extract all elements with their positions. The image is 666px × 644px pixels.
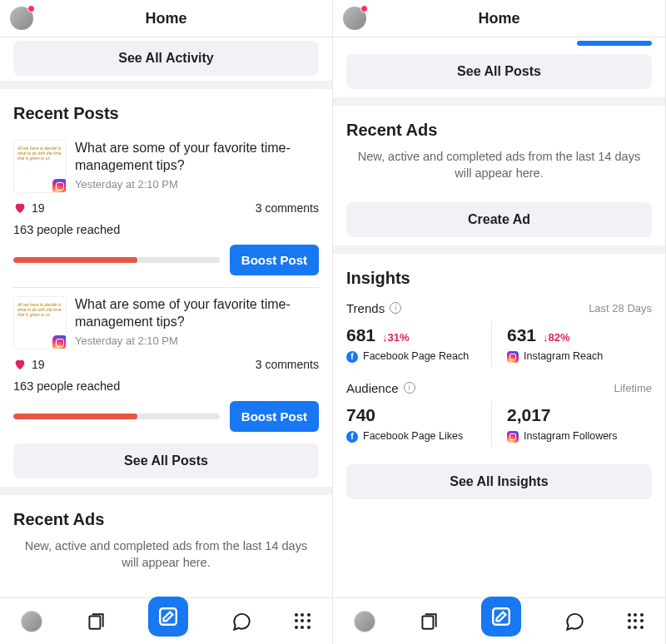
stat-delta: ↓82% bbox=[543, 331, 570, 344]
messages-tab-icon[interactable] bbox=[564, 611, 585, 632]
header: Home bbox=[333, 0, 665, 37]
stat-value: 740 bbox=[346, 405, 375, 425]
comment-count: 3 comments bbox=[256, 201, 319, 215]
see-all-posts-button[interactable]: See All Posts bbox=[346, 54, 652, 89]
partial-button-stub bbox=[577, 41, 652, 46]
audience-row: 740 f Facebook Page Likes 2,017 Instagra… bbox=[333, 397, 665, 456]
scroll-area-right[interactable]: See All Posts Recent Ads New, active and… bbox=[333, 37, 665, 597]
see-all-insights-button[interactable]: See All Insights bbox=[346, 464, 652, 499]
stat-cell[interactable]: 681 ↓31% f Facebook Page Reach bbox=[346, 322, 491, 366]
stat-cell[interactable]: 2,017 Instagram Followers bbox=[491, 402, 652, 446]
post-thumbnail: All we have to decide is what to do with… bbox=[13, 296, 67, 349]
tab-bar bbox=[0, 597, 332, 644]
svg-rect-0 bbox=[89, 616, 100, 628]
stat-delta: ↓31% bbox=[382, 331, 410, 344]
info-icon[interactable]: i bbox=[390, 302, 401, 314]
scroll-area-left[interactable]: See All Activity Recent Posts All we hav… bbox=[0, 37, 332, 597]
stat-cell[interactable]: 740 f Facebook Page Likes bbox=[346, 402, 491, 446]
more-tab-icon[interactable] bbox=[628, 613, 644, 630]
stat-cell[interactable]: 631 ↓82% Instagram Reach bbox=[491, 322, 652, 366]
see-all-posts-button[interactable]: See All Posts bbox=[13, 443, 319, 478]
profile-tab-icon[interactable] bbox=[21, 611, 42, 632]
post-item[interactable]: All we have to decide is what to do with… bbox=[0, 288, 332, 432]
post-title: What are some of your favorite time-mana… bbox=[75, 296, 319, 331]
avatar[interactable] bbox=[343, 7, 366, 30]
post-title: What are some of your favorite time-mana… bbox=[75, 140, 319, 175]
reach-label: 163 people reached bbox=[13, 223, 319, 236]
insights-heading: Insights bbox=[333, 254, 665, 296]
stat-label: Instagram Followers bbox=[524, 430, 618, 442]
instagram-badge-icon bbox=[52, 179, 67, 193]
facebook-icon: f bbox=[346, 431, 358, 443]
profile-tab-icon[interactable] bbox=[354, 611, 375, 632]
create-ad-button[interactable]: Create Ad bbox=[346, 202, 652, 237]
trends-period: Last 28 Days bbox=[589, 302, 652, 315]
pages-tab-icon[interactable] bbox=[418, 611, 440, 632]
tab-bar bbox=[333, 597, 665, 644]
like-count: 19 bbox=[13, 358, 45, 371]
page-title: Home bbox=[366, 10, 632, 27]
boost-post-button[interactable]: Boost Post bbox=[230, 245, 319, 275]
facebook-icon: f bbox=[346, 351, 358, 363]
trends-label: Trends i bbox=[346, 301, 401, 315]
instagram-icon bbox=[507, 431, 519, 443]
stat-label: Instagram Reach bbox=[524, 350, 603, 362]
stat-label: Facebook Page Likes bbox=[363, 430, 463, 442]
stat-value: 2,017 bbox=[507, 405, 551, 425]
reach-progress bbox=[13, 414, 220, 419]
messages-tab-icon[interactable] bbox=[231, 611, 252, 632]
header: Home bbox=[0, 0, 332, 37]
instagram-badge-icon bbox=[52, 335, 67, 349]
recent-ads-subtitle: New, active and completed ads from the l… bbox=[0, 537, 332, 583]
pages-tab-icon[interactable] bbox=[85, 611, 107, 632]
notification-dot bbox=[27, 5, 35, 12]
posts-list: All we have to decide is what to do with… bbox=[0, 131, 332, 432]
more-tab-icon[interactable] bbox=[295, 613, 311, 630]
avatar[interactable] bbox=[10, 7, 33, 30]
left-pane: Home See All Activity Recent Posts All w… bbox=[0, 0, 333, 644]
stat-label: Facebook Page Reach bbox=[363, 350, 469, 362]
svg-rect-2 bbox=[422, 616, 433, 628]
recent-ads-heading: Recent Ads bbox=[0, 495, 332, 537]
post-item[interactable]: All we have to decide is what to do with… bbox=[0, 131, 332, 275]
post-timestamp: Yesterday at 2:10 PM bbox=[75, 178, 319, 191]
stat-value: 631 bbox=[507, 325, 536, 345]
heart-icon bbox=[13, 201, 27, 215]
heart-icon bbox=[13, 358, 27, 371]
stat-value: 681 bbox=[346, 325, 375, 345]
post-timestamp: Yesterday at 2:10 PM bbox=[75, 334, 319, 347]
trends-row: 681 ↓31% f Facebook Page Reach 631 ↓82% … bbox=[333, 317, 665, 376]
right-pane: Home See All Posts Recent Ads New, activ… bbox=[333, 0, 666, 644]
comment-count: 3 comments bbox=[256, 358, 319, 371]
boost-post-button[interactable]: Boost Post bbox=[230, 401, 319, 432]
svg-rect-3 bbox=[494, 608, 510, 625]
recent-posts-heading: Recent Posts bbox=[0, 89, 332, 131]
audience-period: Lifetime bbox=[614, 382, 652, 394]
instagram-icon bbox=[507, 351, 519, 363]
like-count: 19 bbox=[13, 201, 45, 215]
recent-ads-subtitle: New, active and completed ads from the l… bbox=[333, 148, 665, 194]
reach-label: 163 people reached bbox=[13, 379, 319, 393]
page-title: Home bbox=[33, 10, 299, 27]
see-all-activity-button[interactable]: See All Activity bbox=[13, 41, 319, 76]
post-thumbnail: All we have to decide is what to do with… bbox=[13, 140, 67, 193]
notification-dot bbox=[360, 5, 368, 12]
audience-label: Audience i bbox=[346, 381, 415, 395]
reach-progress bbox=[13, 257, 220, 263]
compose-button[interactable] bbox=[481, 597, 521, 637]
recent-ads-heading: Recent Ads bbox=[333, 106, 665, 148]
svg-rect-1 bbox=[161, 608, 177, 625]
info-icon[interactable]: i bbox=[404, 382, 415, 394]
compose-button[interactable] bbox=[148, 597, 188, 637]
